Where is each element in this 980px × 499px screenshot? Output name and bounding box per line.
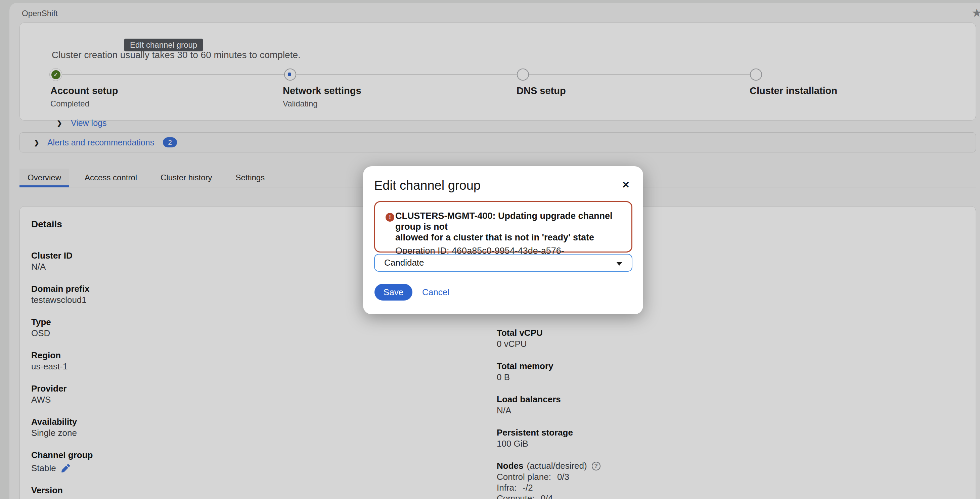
modal-title: Edit channel group [374, 178, 480, 193]
caret-down-icon [616, 262, 622, 265]
cancel-button[interactable]: Cancel [422, 287, 449, 297]
alert-message-line: allowed for a cluster that is not in 're… [395, 232, 617, 243]
exclamation-circle-icon: ! [385, 213, 394, 222]
edit-channel-group-modal: Edit channel group ✕ ! CLUSTERS-MGMT-400… [363, 166, 643, 314]
save-button[interactable]: Save [374, 284, 412, 300]
close-icon[interactable]: ✕ [622, 180, 630, 190]
danger-alert: ! CLUSTERS-MGMT-400: Updating upgrade ch… [374, 201, 632, 253]
alert-message-line: CLUSTERS-MGMT-400: Updating upgrade chan… [395, 211, 617, 232]
channel-group-selected-value: Candidate [384, 257, 424, 268]
channel-group-select[interactable]: Candidate [374, 254, 632, 272]
